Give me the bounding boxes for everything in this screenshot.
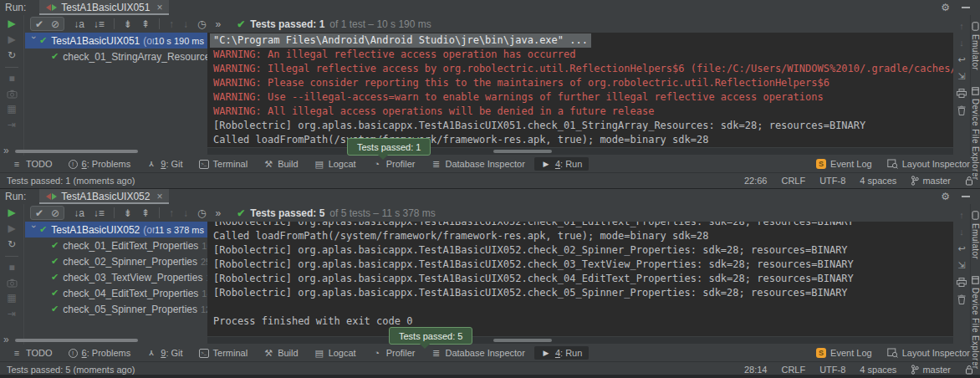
test-tree[interactable]: › ✔ TestA1BasicUIX051 (org.aplas.basica … bbox=[25, 33, 207, 147]
scroll-down-icon[interactable]: ↓ bbox=[959, 227, 964, 237]
run-console[interactable]: [Robolectric] org.aplas.basicappx.TestA1… bbox=[207, 222, 953, 336]
toolwindow-tab-emulator[interactable]: Emulator bbox=[971, 22, 980, 70]
toggle-auto-test-icon[interactable]: ↻ bbox=[8, 50, 16, 61]
hide-icon[interactable] bbox=[962, 196, 970, 197]
run-configuration-tab[interactable]: TestA1BasicUIX051 × bbox=[39, 0, 169, 15]
toolwindow-button-todo[interactable]: TODO bbox=[5, 346, 59, 360]
soft-wrap-icon[interactable]: ↩ bbox=[957, 244, 965, 253]
file-encoding[interactable]: UTF-8 bbox=[819, 365, 845, 375]
collapse-all-icon[interactable]: ⇞ bbox=[141, 207, 150, 219]
test-tree-row[interactable]: › ✔ check_05_Spinner_Properties 123 ms bbox=[25, 301, 207, 317]
chevron-down-icon[interactable]: › bbox=[29, 36, 39, 46]
next-failed-test-icon[interactable]: ↓ bbox=[183, 207, 188, 219]
test-tree[interactable]: › ✔ TestA1BasicUIX052 (org.aplas.basica … bbox=[25, 222, 207, 336]
test-tree-row[interactable]: › ✔ TestA1BasicUIX051 (org.aplas.basica … bbox=[25, 33, 207, 49]
toolwindow-button-git[interactable]: 9: Git bbox=[140, 346, 189, 360]
next-failed-test-icon[interactable]: ↓ bbox=[183, 18, 188, 30]
toolwindow-button-profiler[interactable]: Profiler bbox=[365, 346, 422, 360]
toolwindow-button-todo[interactable]: TODO bbox=[5, 157, 59, 171]
caret-position[interactable]: 22:66 bbox=[744, 176, 768, 186]
sort-alphabetically-icon[interactable]: ↓a bbox=[74, 207, 84, 219]
test-tree-row[interactable]: › ✔ check_04_EditText_Properties 144 ms bbox=[25, 285, 207, 301]
sort-by-duration-icon[interactable]: ↓≡ bbox=[94, 207, 105, 219]
stop-icon[interactable]: ■ bbox=[8, 263, 14, 273]
close-icon[interactable]: × bbox=[156, 191, 162, 202]
event-log-button[interactable]: S Event Log bbox=[816, 348, 872, 358]
tree-scrollbar-thumb[interactable] bbox=[15, 339, 138, 342]
sort-alphabetically-icon[interactable]: ↓a bbox=[74, 18, 84, 30]
test-history-icon[interactable]: ◷ bbox=[197, 207, 206, 219]
scroll-down-icon[interactable]: ↓ bbox=[959, 38, 964, 48]
test-tree-row[interactable]: › ✔ TestA1BasicUIX052 (org.aplas.basica … bbox=[25, 222, 207, 238]
layout-inspector-button[interactable]: Layout Inspector bbox=[887, 348, 970, 358]
collapse-all-icon[interactable]: ⇞ bbox=[141, 18, 150, 30]
print-icon[interactable] bbox=[957, 278, 967, 287]
caret-position[interactable]: 28:14 bbox=[744, 365, 768, 375]
scroll-to-end-icon[interactable]: ⇲ bbox=[957, 261, 965, 270]
more-chevron-icon[interactable]: » bbox=[3, 334, 9, 345]
import-tests-icon[interactable]: ⇥ bbox=[8, 309, 16, 319]
console-scrollbar-thumb[interactable] bbox=[493, 339, 552, 342]
layout-capture-icon[interactable]: ▦ bbox=[7, 104, 16, 115]
gear-icon[interactable]: ⚙ bbox=[941, 192, 950, 202]
toolwindow-button-problems[interactable]: 6: Problems bbox=[62, 346, 138, 360]
test-history-icon[interactable]: ◷ bbox=[197, 18, 206, 30]
event-log-button[interactable]: S Event Log bbox=[816, 159, 872, 169]
rerun-failed-tests-icon[interactable]: ▶ bbox=[8, 223, 15, 234]
hide-icon[interactable] bbox=[962, 7, 970, 8]
toolwindow-tab-emulator[interactable]: Emulator bbox=[971, 211, 980, 259]
toolwindow-button-database-inspector[interactable]: Database Inspector bbox=[425, 346, 532, 360]
layout-inspector-button[interactable]: Layout Inspector bbox=[887, 159, 970, 169]
test-tree-row[interactable]: › ✔ check_01_StringArray_Resources 10 s … bbox=[25, 49, 207, 64]
toolwindow-button-problems[interactable]: 6: Problems bbox=[62, 157, 138, 171]
lock-icon[interactable] bbox=[965, 176, 973, 186]
toolwindow-button-git[interactable]: 9: Git bbox=[140, 157, 189, 171]
rerun-icon[interactable]: ▶ bbox=[8, 18, 15, 29]
lock-icon[interactable] bbox=[965, 365, 973, 375]
line-endings[interactable]: CRLF bbox=[781, 176, 805, 186]
expand-all-icon[interactable]: ⇟ bbox=[124, 18, 132, 30]
import-tests-icon[interactable]: ⇥ bbox=[8, 120, 16, 130]
screenshot-icon[interactable] bbox=[7, 89, 18, 99]
rerun-icon[interactable]: ▶ bbox=[8, 207, 15, 218]
toolwindow-button-logcat[interactable]: Logcat bbox=[308, 346, 363, 360]
clear-console-icon[interactable] bbox=[957, 294, 966, 304]
screenshot-icon[interactable] bbox=[7, 278, 18, 288]
layout-capture-icon[interactable]: ▦ bbox=[7, 293, 16, 304]
run-console[interactable]: "C:\Program Files\Android\Android Studio… bbox=[207, 33, 953, 147]
previous-failed-test-icon[interactable]: ↑ bbox=[169, 18, 174, 30]
indent-setting[interactable]: 4 spaces bbox=[860, 176, 896, 186]
tree-scrollbar-thumb[interactable] bbox=[15, 150, 138, 153]
toolwindow-button-run[interactable]: 4: Run bbox=[534, 157, 589, 171]
toolwindow-button-terminal[interactable]: Terminal bbox=[192, 157, 255, 171]
scroll-up-icon[interactable]: ↑ bbox=[959, 22, 964, 31]
show-passed-icon[interactable]: ✔ bbox=[35, 207, 43, 219]
toolwindow-button-terminal[interactable]: Terminal bbox=[192, 346, 255, 360]
toolwindow-button-run[interactable]: 4: Run bbox=[534, 346, 589, 360]
toolwindow-button-build[interactable]: Build bbox=[257, 157, 304, 171]
print-icon[interactable] bbox=[957, 89, 967, 98]
show-ignored-icon[interactable]: ⊘ bbox=[51, 207, 59, 219]
expand-all-icon[interactable]: ⇟ bbox=[124, 207, 132, 219]
show-passed-icon[interactable]: ✔ bbox=[35, 18, 43, 30]
previous-failed-test-icon[interactable]: ↑ bbox=[169, 207, 174, 219]
gear-icon[interactable]: ⚙ bbox=[941, 3, 950, 13]
sort-by-duration-icon[interactable]: ↓≡ bbox=[94, 18, 105, 30]
git-branch-widget[interactable]: master bbox=[911, 176, 951, 186]
test-tree-row[interactable]: › ✔ check_02_Spinner_Properties 250 ms bbox=[25, 253, 207, 269]
file-encoding[interactable]: UTF-8 bbox=[819, 176, 845, 186]
more-options-icon[interactable]: » bbox=[215, 18, 221, 30]
git-branch-widget[interactable]: master bbox=[911, 365, 951, 375]
toolwindow-button-profiler[interactable]: Profiler bbox=[365, 157, 422, 171]
test-tree-row[interactable]: › ✔ check_03_TextView_Properties 150 ms bbox=[25, 269, 207, 285]
chevron-down-icon[interactable]: › bbox=[29, 225, 39, 235]
show-ignored-icon[interactable]: ⊘ bbox=[51, 18, 59, 30]
toolwindow-button-build[interactable]: Build bbox=[257, 346, 304, 360]
stop-icon[interactable]: ■ bbox=[8, 74, 14, 84]
clear-console-icon[interactable] bbox=[957, 105, 966, 115]
rerun-failed-tests-icon[interactable]: ▶ bbox=[8, 34, 15, 45]
run-configuration-tab[interactable]: TestA1BasicUIX052 × bbox=[39, 189, 169, 204]
close-icon[interactable]: × bbox=[156, 2, 162, 13]
scroll-up-icon[interactable]: ↑ bbox=[959, 211, 964, 220]
toolwindow-button-logcat[interactable]: Logcat bbox=[308, 157, 363, 171]
